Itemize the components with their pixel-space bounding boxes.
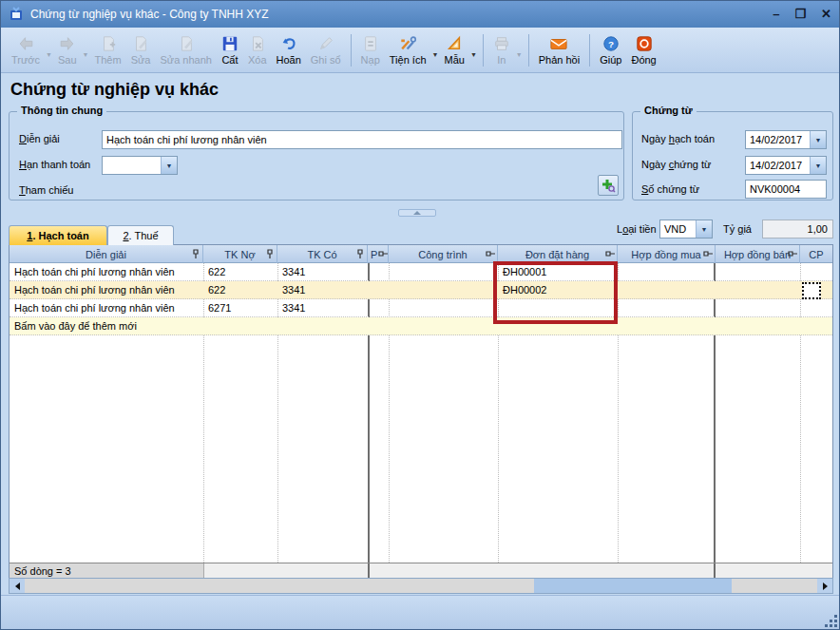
payment-term-select[interactable]: ▼ xyxy=(102,156,178,175)
refresh-document-icon xyxy=(362,35,379,52)
edit-button[interactable]: Sửa xyxy=(126,29,156,71)
post-button[interactable]: Ghi sổ xyxy=(306,29,346,71)
scroll-right-button[interactable] xyxy=(817,579,832,593)
pin-horizontal-icon[interactable] xyxy=(703,249,713,259)
previous-button[interactable]: Trước xyxy=(7,29,45,71)
pin-icon[interactable] xyxy=(191,249,200,259)
next-dropdown-caret[interactable]: ▼ xyxy=(83,51,89,58)
undo-button[interactable]: Hoãn xyxy=(272,29,306,71)
column-header-hop-dong-ban[interactable]: Hợp đồng bán xyxy=(716,245,800,263)
toolbar-separator xyxy=(528,34,529,67)
scrollbar-thumb[interactable] xyxy=(534,579,732,593)
close-form-button[interactable]: Đóng xyxy=(626,29,660,71)
utilities-dropdown-caret[interactable]: ▼ xyxy=(432,51,439,58)
horizontal-scrollbar[interactable] xyxy=(9,578,833,594)
save-button[interactable]: Cất xyxy=(217,29,243,71)
add-button[interactable]: Thêm xyxy=(90,29,126,71)
currency-select[interactable]: VND ▼ xyxy=(659,220,713,239)
column-header-tk-co[interactable]: TK Có xyxy=(277,245,368,263)
app-icon xyxy=(9,7,24,22)
general-info-legend: Thông tin chung xyxy=(17,105,106,116)
currency-label: Loại tiền xyxy=(617,223,657,235)
printer-icon xyxy=(493,35,510,52)
reload-button[interactable]: Nạp xyxy=(356,29,385,71)
chevron-up-icon xyxy=(413,211,421,215)
maximize-button[interactable]: ❒ xyxy=(794,1,806,28)
undo-icon xyxy=(280,35,297,52)
row-count-label: Số dòng = 3 xyxy=(10,563,204,578)
feedback-button[interactable]: Phản hồi xyxy=(534,29,584,71)
pin-horizontal-icon[interactable] xyxy=(788,249,797,259)
chevron-down-icon[interactable]: ▼ xyxy=(810,131,826,148)
window-footer xyxy=(1,595,840,630)
template-dropdown-caret[interactable]: ▼ xyxy=(470,51,477,58)
scroll-left-button[interactable] xyxy=(10,579,25,593)
posting-date-picker[interactable]: 14/02/2017 ▼ xyxy=(745,130,827,149)
new-row[interactable]: Bấm vào đây để thêm mới xyxy=(10,317,832,335)
column-header-cp[interactable]: CP xyxy=(800,245,832,263)
pencil-icon xyxy=(317,35,334,52)
pin-horizontal-icon[interactable] xyxy=(486,249,495,259)
previous-dropdown-caret[interactable]: ▼ xyxy=(46,51,52,58)
print-dropdown-caret[interactable]: ▼ xyxy=(516,51,523,58)
reference-label: Tham chiếu xyxy=(19,184,74,196)
chevron-down-icon[interactable]: ▼ xyxy=(696,220,712,238)
document-add-icon xyxy=(100,35,117,52)
pin-icon[interactable] xyxy=(265,249,275,259)
next-button[interactable]: Sau xyxy=(53,29,82,71)
resize-grip-icon[interactable] xyxy=(824,614,837,627)
minimize-button[interactable]: – xyxy=(773,1,779,28)
floppy-disk-icon xyxy=(221,35,239,52)
column-header-dien-giai[interactable]: Diễn giải xyxy=(10,245,203,263)
triangle-left-icon xyxy=(15,582,20,590)
arrow-left-icon xyxy=(17,35,35,52)
toolbar-separator xyxy=(483,34,484,67)
arrow-right-icon xyxy=(58,35,76,52)
pin-horizontal-icon[interactable] xyxy=(605,249,615,259)
chevron-down-icon[interactable]: ▼ xyxy=(161,157,177,174)
power-close-icon xyxy=(636,35,653,52)
column-header-hop-dong-mua[interactable]: Hợp đồng mua xyxy=(618,245,716,263)
column-header-cong-trinh[interactable]: Công trình xyxy=(389,245,498,263)
document-number-input[interactable]: NVK00004 xyxy=(745,180,827,199)
template-button[interactable]: Mẫu xyxy=(439,29,468,71)
focused-cell[interactable] xyxy=(802,282,821,299)
exchange-rate-field: 1,00 xyxy=(762,220,833,239)
document-date-label: Ngày chứng từ xyxy=(641,159,711,170)
column-header-p[interactable]: P xyxy=(370,245,389,263)
add-lookup-icon xyxy=(601,178,616,193)
document-date-picker[interactable]: 14/02/2017 ▼ xyxy=(745,156,827,175)
print-button[interactable]: In xyxy=(488,29,515,71)
utilities-button[interactable]: Tiện ích xyxy=(385,29,431,71)
quick-edit-button[interactable]: Sửa nhanh xyxy=(155,29,216,71)
table-row[interactable]: Hạch toán chi phí lương nhân viên 6271 3… xyxy=(10,299,832,317)
document-group: Chứng từ Ngày hạch toán 14/02/2017 ▼ Ngà… xyxy=(632,111,833,200)
help-button[interactable]: ? Giúp xyxy=(595,29,626,71)
accounting-grid: Diễn giải TK Nợ TK Có P Công trình Đơn đ… xyxy=(9,244,833,594)
app-window: Chứng từ nghiệp vụ khác - Công ty TNHH X… xyxy=(0,0,840,630)
posting-date-label: Ngày hạch toán xyxy=(641,133,715,144)
table-row[interactable]: Hạch toán chi phí lương nhân viên 622 33… xyxy=(10,263,832,281)
title-bar: Chứng từ nghiệp vụ khác - Công ty TNHH X… xyxy=(1,1,840,28)
toolbar-separator xyxy=(589,34,590,67)
frozen-column-divider xyxy=(368,563,370,578)
reference-add-button[interactable] xyxy=(598,175,619,196)
pin-horizontal-icon[interactable] xyxy=(378,249,388,259)
description-input[interactable]: Hạch toán chi phí lương nhân viên xyxy=(102,130,622,149)
pin-icon[interactable] xyxy=(355,249,365,259)
close-button[interactable]: ✕ xyxy=(821,1,831,28)
delete-button[interactable]: Xóa xyxy=(243,29,272,71)
highlight-box xyxy=(493,261,618,324)
tab-thue[interactable]: 2. Thuế xyxy=(107,225,174,245)
document-quick-edit-icon xyxy=(178,35,195,52)
document-number-label: Số chứng từ xyxy=(641,183,699,195)
tab-hach-toan[interactable]: 1. Hạch toán xyxy=(9,225,107,245)
set-square-icon xyxy=(446,35,463,52)
document-edit-icon xyxy=(132,35,149,52)
column-header-tk-no[interactable]: TK Nợ xyxy=(203,245,277,263)
description-label: Diễn giải xyxy=(19,133,60,144)
window-title: Chứng từ nghiệp vụ khác - Công ty TNHH X… xyxy=(30,8,269,21)
chevron-down-icon[interactable]: ▼ xyxy=(810,157,826,174)
table-row-selected[interactable]: Hạch toán chi phí lương nhân viên 622 33… xyxy=(10,281,832,299)
splitter-handle[interactable] xyxy=(398,209,436,217)
